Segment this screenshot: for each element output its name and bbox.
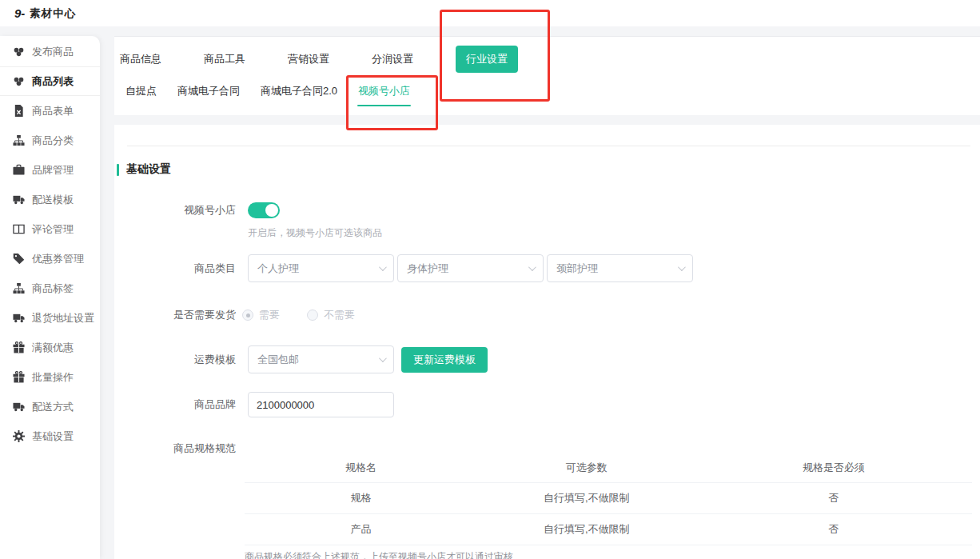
category-select-level3[interactable]: 颈部护理 — [547, 254, 693, 282]
need-shipping-row: 是否需要发货 需要 不需要 — [114, 307, 355, 323]
briefcase-icon — [13, 164, 25, 176]
category-label: 商品类目 — [114, 262, 236, 276]
channels-shop-row: 视频号小店 — [114, 202, 280, 218]
gift-icon — [13, 371, 25, 383]
spec-label-row: 商品规格规范 — [114, 441, 236, 456]
spec-table-note: 商品规格必须符合上述规范，上传至视频号小店才可以通过审核 — [245, 545, 972, 559]
sitemap-icon — [13, 134, 25, 146]
freight-template-label: 运费模板 — [114, 353, 236, 367]
section-header: 基础设置 — [117, 162, 171, 177]
chevron-down-icon — [379, 354, 387, 362]
spec-name-cell: 产品 — [245, 522, 477, 537]
sidebar-item-product-category[interactable]: 商品分类 — [0, 126, 100, 155]
channels-shop-label: 视频号小店 — [114, 203, 236, 218]
spec-required-cell: 否 — [695, 522, 972, 537]
secondary-tabs: 自提点 商城电子合同 商城电子合同2.0 视频号小店 — [125, 83, 410, 99]
truck-icon — [13, 401, 25, 413]
sidebar-item-label: 评论管理 — [32, 222, 74, 237]
gift-icon — [13, 341, 25, 353]
sidebar-item-label: 品牌管理 — [32, 163, 74, 178]
brand-row: 商品品牌 — [114, 392, 394, 417]
column-header: 规格是否必须 — [695, 461, 972, 475]
primary-tabs: 商品信息 商品工具 营销设置 分润设置 行业设置 — [120, 47, 518, 71]
chevron-down-icon — [379, 263, 387, 271]
subtab-mall-e-contract[interactable]: 商城电子合同 — [177, 84, 240, 98]
table-row: 规格 自行填写,不做限制 否 — [245, 482, 972, 513]
sidebar-item-brand-management[interactable]: 品牌管理 — [0, 155, 100, 185]
section-title: 基础设置 — [126, 162, 171, 177]
channels-shop-helper-text: 开启后，视频号小店可选该商品 — [248, 226, 382, 240]
tab-product-tools[interactable]: 商品工具 — [204, 52, 245, 66]
truck-icon — [13, 312, 25, 324]
spec-required-cell: 否 — [695, 491, 972, 505]
radio-option-need[interactable]: 需要 — [242, 308, 280, 322]
sidebar-item-product-tags[interactable]: 商品标签 — [0, 274, 100, 303]
need-shipping-radio-group: 需要 不需要 — [242, 308, 355, 322]
brand-input[interactable] — [248, 392, 394, 417]
update-freight-template-button[interactable]: 更新运费模板 — [401, 347, 488, 373]
sidebar-item-return-address-settings[interactable]: 退货地址设置 — [0, 303, 100, 333]
sidebar-item-delivery-method[interactable]: 配送方式 — [0, 392, 100, 421]
tab-product-info[interactable]: 商品信息 — [120, 52, 161, 66]
column-header: 可选参数 — [477, 461, 695, 475]
sitemap-icon — [13, 282, 25, 294]
category-select-level2[interactable]: 身体护理 — [397, 254, 544, 282]
freight-template-row: 运费模板 全国包邮 更新运费模板 — [114, 345, 488, 373]
sidebar-item-review-management[interactable]: 评论管理 — [0, 214, 100, 244]
subtab-self-pickup-point[interactable]: 自提点 — [125, 84, 157, 98]
grapes-icon — [13, 46, 25, 58]
sidebar-item-delivery-template[interactable]: 配送模板 — [0, 185, 100, 214]
sidebar-item-label: 发布商品 — [32, 45, 74, 59]
radio-unselected-icon — [307, 309, 318, 321]
sidebar-item-batch-operations[interactable]: 批量操作 — [0, 362, 100, 392]
sidebar-item-label: 商品列表 — [32, 74, 74, 89]
subtab-wechat-channels-shop[interactable]: 视频号小店 — [358, 84, 410, 98]
sidebar-item-coupon-management[interactable]: 优惠券管理 — [0, 244, 100, 274]
sidebar-item-full-discount[interactable]: 满额优惠 — [0, 333, 100, 362]
sidebar-item-publish-product[interactable]: 发布商品 — [0, 37, 100, 66]
category-row: 商品类目 个人护理 身体护理 颈部护理 — [114, 254, 693, 282]
radio-option-label: 需要 — [259, 308, 280, 322]
sidebar-item-label: 基础设置 — [32, 429, 74, 444]
need-shipping-label: 是否需要发货 — [114, 308, 236, 322]
spec-table: 规格名 可选参数 规格是否必须 规格 自行填写,不做限制 否 产品 自行填写,不… — [245, 453, 972, 559]
tab-industry-settings[interactable]: 行业设置 — [456, 46, 518, 73]
sidebar-item-product-form[interactable]: 商品表单 — [0, 96, 100, 126]
sidebar-item-label: 配送方式 — [32, 400, 74, 414]
channels-shop-toggle[interactable] — [248, 202, 280, 218]
spec-label: 商品规格规范 — [114, 441, 236, 456]
category-select-level1[interactable]: 个人护理 — [248, 254, 394, 282]
column-header: 规格名 — [245, 461, 477, 475]
table-row: 产品 自行填写,不做限制 否 — [245, 513, 972, 545]
radio-option-no-need[interactable]: 不需要 — [307, 308, 355, 322]
sidebar-item-product-list[interactable]: 商品列表 — [0, 66, 100, 96]
tab-profit-sharing-settings[interactable]: 分润设置 — [372, 52, 413, 66]
brand-label: 商品品牌 — [114, 397, 236, 412]
content-divider — [127, 146, 970, 146]
sidebar-item-label: 商品标签 — [32, 281, 74, 296]
app-title: 素材中心 — [30, 6, 76, 21]
subtab-mall-e-contract-2[interactable]: 商城电子合同2.0 — [261, 84, 337, 98]
sidebar-item-label: 优惠券管理 — [32, 252, 84, 266]
sidebar-item-label: 商品表单 — [32, 104, 74, 118]
sidebar-item-label: 商品分类 — [32, 134, 74, 148]
sidebar-item-label: 满额优惠 — [32, 341, 74, 355]
radio-option-label: 不需要 — [324, 308, 355, 322]
truck-icon — [13, 194, 25, 206]
radio-selected-icon — [242, 309, 253, 321]
page: 9- 素材中心 发布商品 商品列表 商品表单 商品分类 品牌管理 配送模板 — [0, 0, 980, 559]
app-logo-icon: 9- — [14, 6, 25, 20]
tabs-panel: 商品信息 商品工具 营销设置 分润设置 行业设置 自提点 商城电子合同 商城电子… — [114, 36, 980, 115]
gear-icon — [13, 430, 25, 442]
section-accent-bar — [117, 164, 119, 176]
sidebar: 发布商品 商品列表 商品表单 商品分类 品牌管理 配送模板 评论管理 优惠券管 — [0, 36, 100, 559]
tab-marketing-settings[interactable]: 营销设置 — [288, 52, 329, 66]
spec-params-cell: 自行填写,不做限制 — [477, 491, 695, 505]
sidebar-item-label: 退货地址设置 — [32, 311, 94, 325]
chevron-down-icon — [528, 263, 536, 271]
sidebar-item-basic-settings[interactable]: 基础设置 — [0, 421, 100, 451]
spec-table-header: 规格名 可选参数 规格是否必须 — [245, 453, 972, 482]
content-panel: 基础设置 视频号小店 开启后，视频号小店可选该商品 商品类目 个人护理 身体护理… — [114, 125, 980, 559]
freight-template-select[interactable]: 全国包邮 — [248, 345, 394, 373]
spec-name-cell: 规格 — [245, 491, 477, 505]
